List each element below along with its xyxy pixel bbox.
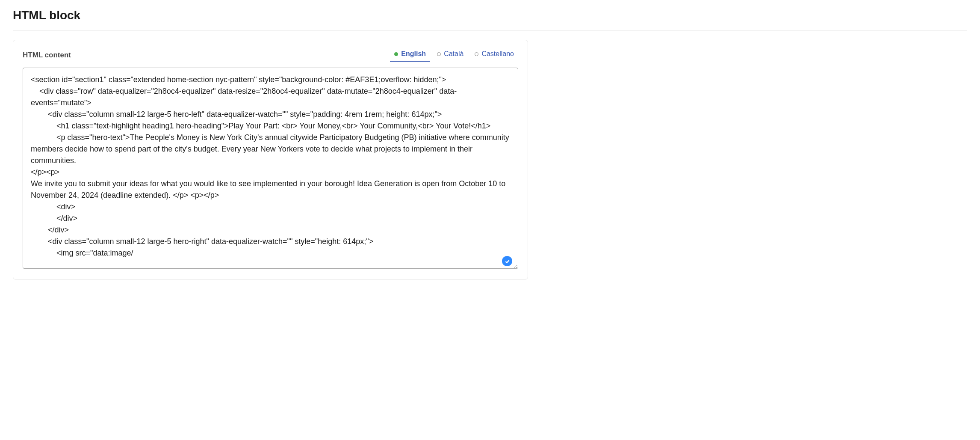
content-header: HTML content English Català Castellano xyxy=(23,49,518,62)
html-block-card: HTML content English Català Castellano xyxy=(13,40,528,279)
status-dot-icon xyxy=(394,52,398,56)
language-tab-english[interactable]: English xyxy=(390,49,430,62)
textarea-wrapper xyxy=(23,68,518,271)
language-tab-label: English xyxy=(401,50,426,58)
status-dot-icon xyxy=(475,52,478,56)
content-label: HTML content xyxy=(23,51,71,59)
html-content-textarea[interactable] xyxy=(23,68,518,269)
language-tab-catala[interactable]: Català xyxy=(433,49,468,62)
language-tab-label: Castellano xyxy=(481,50,514,58)
page-title: HTML block xyxy=(13,9,967,22)
language-tabs: English Català Castellano xyxy=(390,49,518,62)
check-icon xyxy=(505,259,510,264)
language-tab-castellano[interactable]: Castellano xyxy=(470,49,518,62)
status-dot-icon xyxy=(437,52,441,56)
language-tab-label: Català xyxy=(444,50,463,58)
divider xyxy=(13,30,967,30)
validation-check-badge xyxy=(502,256,512,266)
